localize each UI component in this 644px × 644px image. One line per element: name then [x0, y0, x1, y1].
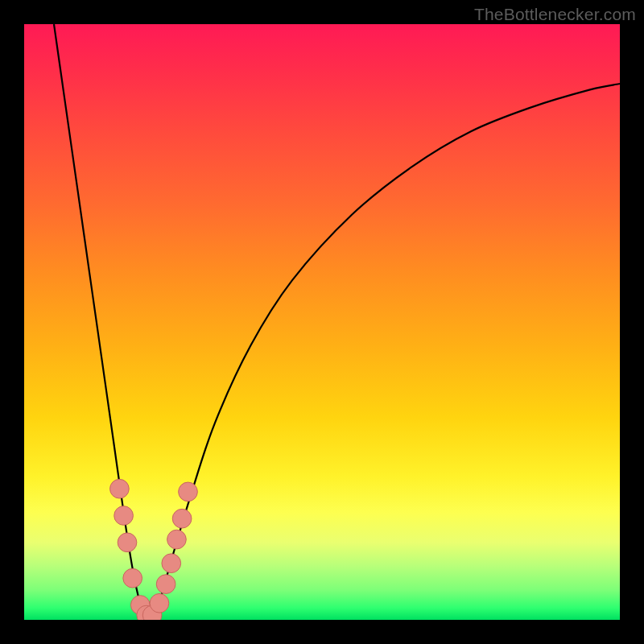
data-marker — [179, 482, 198, 502]
data-marker — [162, 554, 181, 573]
data-marker — [156, 575, 175, 594]
data-marker — [110, 479, 130, 498]
data-marker — [118, 533, 137, 552]
data-marker — [150, 593, 169, 613]
data-marker — [172, 509, 192, 528]
data-marker — [114, 506, 134, 526]
data-marker — [123, 568, 142, 588]
data-marker — [167, 530, 187, 549]
plot-area — [24, 24, 620, 620]
bottleneck-curve — [54, 24, 620, 620]
data-markers — [110, 479, 198, 620]
outer-frame: TheBottlenecker.com — [0, 0, 644, 644]
watermark-text: TheBottlenecker.com — [474, 5, 636, 24]
curve-layer — [24, 24, 620, 620]
